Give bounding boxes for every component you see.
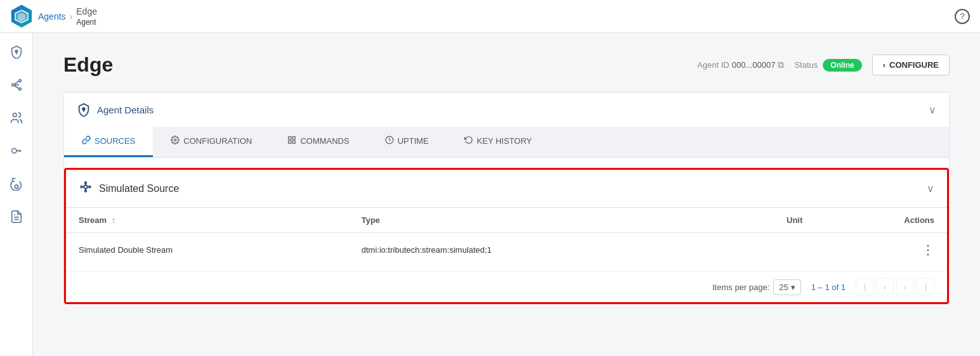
svg-point-2 <box>15 50 18 53</box>
topbar: Agents › Edge Agent ? <box>0 0 980 33</box>
source-chevron-icon[interactable]: ∨ <box>927 182 934 194</box>
breadcrumb-edge: Edge <box>76 6 97 16</box>
table-wrapper: Stream ↑ Type Unit Actions Simulated Dou… <box>66 207 947 271</box>
svg-point-8 <box>15 185 18 189</box>
col-actions: Actions <box>815 208 947 233</box>
streams-table: Stream ↑ Type Unit Actions Simulated Dou… <box>66 207 947 266</box>
agent-details-header[interactable]: Agent Details ∨ <box>64 92 949 127</box>
tab-sources-label: SOURCES <box>95 136 135 146</box>
agent-id-value: 000...00007 <box>732 60 776 70</box>
agent-details-section: Agent Details ∨ SOURCES <box>63 92 950 305</box>
svg-point-20 <box>85 182 87 184</box>
per-page-chevron-icon: ▾ <box>791 283 795 292</box>
sidebar-item-key[interactable] <box>8 142 25 160</box>
col-stream-label: Stream <box>79 215 107 225</box>
breadcrumb-sep: › <box>70 11 73 22</box>
page-first-button[interactable]: ⟨ <box>856 278 873 296</box>
source-card: Simulated Source ∨ Stream ↑ <box>64 168 949 304</box>
source-icon <box>79 180 93 197</box>
page-header: Edge Agent ID 000...00007 ⧉ Status Onlin… <box>63 53 950 77</box>
svg-point-19 <box>84 185 88 189</box>
page-range: 1 – 1 of 1 <box>811 283 846 292</box>
sidebar-item-integrations[interactable] <box>8 175 25 193</box>
source-name: Simulated Source <box>99 183 179 194</box>
tab-sources[interactable]: SOURCES <box>64 127 153 157</box>
agent-id-label: Agent ID <box>697 60 729 70</box>
help-icon[interactable]: ? <box>955 9 970 24</box>
uptime-tab-icon <box>385 136 394 146</box>
configuration-tab-icon <box>171 136 180 146</box>
sidebar-item-users[interactable] <box>8 109 25 127</box>
sort-arrow-icon[interactable]: ↑ <box>112 215 116 225</box>
cell-unit <box>717 233 816 267</box>
svg-point-21 <box>85 190 87 192</box>
sidebar-item-network[interactable] <box>8 76 25 94</box>
status-section: Status Online <box>794 59 861 72</box>
cell-actions[interactable]: ⋮ <box>815 233 947 267</box>
page-prev-button[interactable]: ‹ <box>876 278 894 296</box>
col-stream: Stream ↑ <box>66 208 349 233</box>
svg-point-6 <box>13 113 16 117</box>
col-unit: Unit <box>717 208 816 233</box>
tab-uptime[interactable]: UPTIME <box>367 127 447 157</box>
per-page-select[interactable]: 25 ▾ <box>773 279 800 295</box>
svg-point-4 <box>11 84 14 86</box>
status-badge: Online <box>823 59 861 72</box>
sidebar <box>0 33 33 356</box>
sidebar-item-shield[interactable] <box>8 43 25 61</box>
tab-uptime-label: UPTIME <box>398 136 429 146</box>
svg-rect-16 <box>289 141 291 143</box>
svg-point-7 <box>11 148 16 153</box>
col-type: Type <box>349 208 717 233</box>
tab-key-history[interactable]: KEY HISTORY <box>447 127 550 157</box>
per-page-section: Items per page: 25 ▾ <box>712 279 801 295</box>
tab-configuration-label: CONFIGURATION <box>183 136 252 146</box>
commands-tab-icon <box>287 136 296 146</box>
configure-arrow-icon: › <box>883 60 885 70</box>
status-label: Status <box>794 60 818 70</box>
source-header[interactable]: Simulated Source ∨ <box>66 170 947 207</box>
svg-rect-15 <box>293 137 296 139</box>
configure-label: CONFIGURE <box>889 60 939 70</box>
svg-point-22 <box>81 186 82 188</box>
page-last-button[interactable]: ⟩ <box>917 278 934 296</box>
svg-point-23 <box>89 186 91 188</box>
page-next-button[interactable]: › <box>896 278 914 296</box>
main-content: Edge Agent ID 000...00007 ⧉ Status Onlin… <box>33 33 980 356</box>
sidebar-item-docs[interactable] <box>8 208 25 226</box>
key-history-tab-icon <box>464 136 473 146</box>
breadcrumb: Agents › Edge Agent <box>38 6 97 27</box>
chevron-down-icon[interactable]: ∨ <box>929 104 936 116</box>
page-title: Edge <box>63 53 113 77</box>
shield-lock-icon <box>77 103 91 117</box>
tab-configuration[interactable]: CONFIGURATION <box>153 127 270 157</box>
page-nav: ⟨ ‹ › ⟩ <box>856 278 934 296</box>
tab-commands[interactable]: COMMANDS <box>270 127 367 157</box>
per-page-value: 25 <box>779 283 788 292</box>
tab-key-history-label: KEY HISTORY <box>477 136 532 146</box>
breadcrumb-agents-link[interactable]: Agents <box>38 11 66 22</box>
svg-point-13 <box>174 139 177 141</box>
pagination-bar: Items per page: 25 ▾ 1 – 1 of 1 ⟨ ‹ › ⟩ <box>66 271 947 302</box>
cell-stream: Simulated Double Stream <box>66 233 349 267</box>
svg-rect-14 <box>289 137 291 139</box>
sources-tab-icon <box>82 136 91 146</box>
svg-rect-17 <box>293 141 296 143</box>
configure-button[interactable]: › CONFIGURE <box>872 54 950 75</box>
per-page-label: Items per page: <box>712 283 769 292</box>
cell-type: dtmi:io:tributech:stream:simulated;1 <box>349 233 717 267</box>
table-row: Simulated Double Stream dtmi:io:tributec… <box>66 233 947 267</box>
tabs-container: SOURCES CONFIGURATION <box>64 127 949 158</box>
tab-commands-label: COMMANDS <box>300 136 349 146</box>
agent-id-section: Agent ID 000...00007 ⧉ <box>697 60 784 70</box>
app-logo[interactable] <box>10 5 33 28</box>
agent-details-label: Agent Details <box>97 105 154 115</box>
copy-icon[interactable]: ⧉ <box>778 60 784 70</box>
breadcrumb-agent: Agent <box>76 18 96 27</box>
